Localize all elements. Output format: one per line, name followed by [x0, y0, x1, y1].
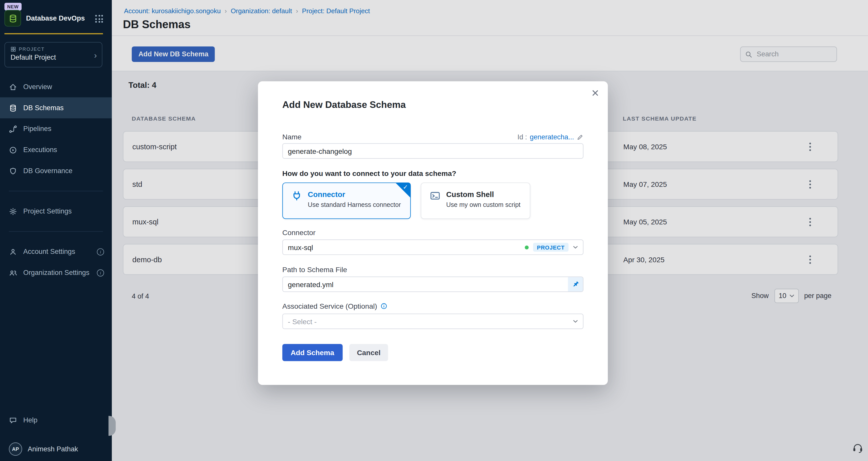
sidebar-item-db-schemas[interactable]: DB Schemas	[0, 97, 112, 118]
schema-id: Id : generatecha...	[517, 133, 583, 141]
info-icon[interactable]: i	[97, 269, 104, 276]
service-select-right	[573, 320, 578, 323]
service-label: Associated Service (Optional)	[282, 302, 377, 310]
sidebar-item-label: Project Settings	[23, 207, 72, 215]
sidebar-nav: Overview DB Schemas Pipelines Executions…	[0, 76, 112, 283]
project-selector-header: PROJECT	[10, 46, 96, 52]
project-name: Default Project	[10, 54, 96, 61]
user-menu[interactable]: AP Animesh Pathak	[0, 439, 112, 460]
option-card-custom-shell[interactable]: Custom Shell Use my own custom script	[421, 183, 530, 219]
help-section: Help	[0, 410, 112, 431]
project-icon	[10, 46, 16, 52]
connectivity-status-dot	[525, 245, 529, 249]
gold-divider	[4, 33, 103, 34]
sidebar-item-label: Organization Settings	[23, 269, 89, 277]
executions-icon	[9, 146, 17, 154]
brand: Database DevOps	[4, 10, 85, 26]
connector-plug-icon	[291, 190, 302, 201]
cancel-button[interactable]: Cancel	[349, 344, 388, 361]
service-field-header: Associated Service (Optional)	[282, 302, 388, 310]
option-subtitle: Use my own custom script	[446, 201, 520, 208]
id-value-link[interactable]: generatecha...	[530, 133, 574, 141]
sidebar-item-organization-settings[interactable]: Organization Settings i	[0, 262, 112, 283]
selected-check-icon: ✓	[403, 184, 408, 191]
sidebar-item-label: Account Settings	[23, 248, 75, 255]
sidebar-item-db-governance[interactable]: DB Governance	[0, 160, 112, 182]
project-label: PROJECT	[19, 46, 45, 52]
sidebar-item-label: Help	[23, 416, 37, 424]
chevron-down-icon	[573, 245, 578, 249]
connector-label: Connector	[282, 228, 316, 237]
name-field-header: Name Id : generatecha...	[282, 133, 583, 141]
modal-actions: Add Schema Cancel	[282, 344, 388, 361]
avatar: AP	[9, 442, 22, 456]
service-select[interactable]: - Select -	[282, 314, 583, 329]
connection-options: Connector Use standard Harness connector…	[282, 183, 530, 219]
option-card-connector[interactable]: Connector Use standard Harness connector…	[282, 183, 411, 219]
connector-select[interactable]: mux-sql PROJECT	[282, 239, 583, 255]
info-icon[interactable]	[380, 303, 388, 310]
sidebar-divider	[9, 191, 103, 191]
option-title: Connector	[308, 190, 401, 199]
option-card-text: Custom Shell Use my own custom script	[446, 190, 520, 218]
sidebar-item-label: Executions	[23, 146, 57, 154]
custom-shell-terminal-icon	[430, 190, 441, 201]
new-badge: NEW	[4, 3, 21, 10]
service-placeholder: - Select -	[288, 317, 317, 325]
info-icon[interactable]: i	[97, 248, 104, 255]
connector-value: mux-sql	[288, 243, 313, 251]
path-label: Path to Schema File	[282, 266, 347, 274]
modal-title: Add New Database Schema	[282, 100, 406, 111]
organization-settings-icon	[9, 269, 17, 277]
project-settings-icon	[9, 207, 17, 216]
pipelines-icon	[9, 125, 17, 133]
name-input[interactable]	[282, 143, 583, 159]
option-subtitle: Use standard Harness connector	[308, 201, 401, 208]
overview-icon	[9, 83, 17, 91]
edit-pencil-icon[interactable]	[577, 134, 583, 140]
sidebar: NEW Database DevOps PROJECT	[0, 0, 112, 461]
sidebar-item-label: DB Schemas	[23, 104, 64, 112]
sidebar-item-pipelines[interactable]: Pipelines	[0, 118, 112, 139]
connect-question: How do you want to connect to your data …	[282, 169, 456, 178]
option-title: Custom Shell	[446, 190, 520, 199]
scope-badge: PROJECT	[533, 243, 569, 252]
account-settings-icon	[9, 248, 17, 256]
db-governance-icon	[9, 167, 17, 175]
sidebar-item-overview[interactable]: Overview	[0, 76, 112, 97]
database-devops-logo-icon	[4, 10, 21, 26]
sidebar-item-help[interactable]: Help	[0, 410, 112, 431]
chevron-down-icon	[573, 320, 578, 323]
sidebar-item-account-settings[interactable]: Account Settings i	[0, 241, 112, 262]
chevron-right-icon: ›	[94, 50, 97, 60]
db-schemas-icon	[9, 104, 17, 112]
sidebar-item-executions[interactable]: Executions	[0, 139, 112, 160]
fixed-value-pin-icon[interactable]	[568, 277, 583, 291]
name-label: Name	[282, 133, 302, 141]
user-name: Animesh Pathak	[28, 445, 78, 453]
path-field	[282, 276, 583, 292]
sidebar-item-project-settings[interactable]: Project Settings	[0, 201, 112, 222]
sidebar-item-label: Pipelines	[23, 125, 51, 133]
sidebar-item-label: Overview	[23, 83, 52, 91]
app-root: NEW Database DevOps PROJECT	[0, 0, 868, 461]
connector-select-right: PROJECT	[525, 243, 578, 252]
id-prefix: Id :	[517, 133, 527, 141]
path-input[interactable]	[282, 276, 583, 292]
project-selector[interactable]: PROJECT Default Project ›	[4, 42, 102, 68]
help-icon	[9, 416, 17, 424]
add-schema-button[interactable]: Add Schema	[282, 344, 343, 361]
add-schema-modal: × Add New Database Schema Name Id : gene…	[258, 81, 608, 385]
sidebar-divider	[9, 231, 103, 232]
module-grid-icon[interactable]	[95, 15, 103, 23]
option-card-text: Connector Use standard Harness connector	[308, 190, 401, 218]
app-title: Database DevOps	[26, 14, 85, 22]
sidebar-item-label: DB Governance	[23, 167, 72, 175]
close-icon[interactable]: ×	[592, 87, 599, 100]
